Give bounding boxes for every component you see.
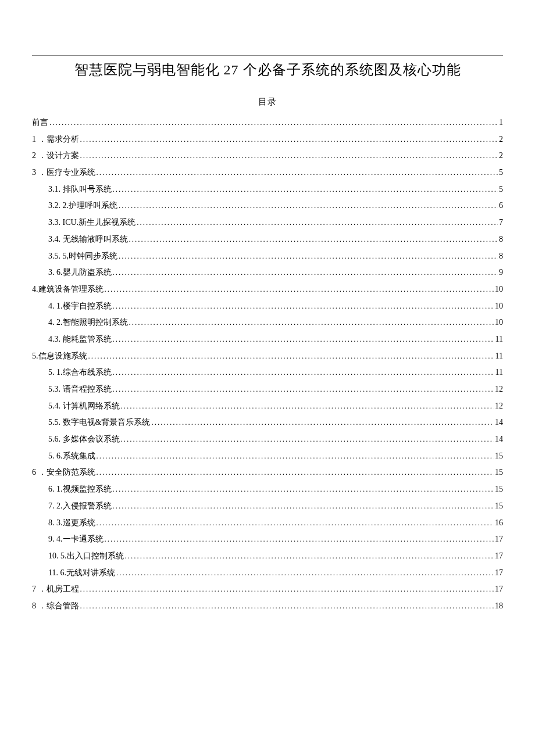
toc-entry-label: 2 ．设计方案: [32, 148, 79, 164]
toc-dots: [97, 164, 498, 181]
toc-entry: 5.信息设施系统 11: [32, 348, 503, 365]
toc-entry-page: 14: [495, 431, 503, 448]
document-title: 智慧医院与弱电智能化 27 个必备子系统的系统图及核心功能: [32, 60, 503, 79]
toc-entry: 11. 6.无线对讲系统17: [32, 565, 503, 582]
toc-dots: [113, 298, 494, 315]
toc-entry: 4. 2.智能照明控制系统10: [32, 314, 503, 331]
toc-entry-page: 7: [499, 214, 503, 231]
toc-entry-label: 7. 2.入侵报警系统: [48, 498, 112, 515]
toc-entry-page: 12: [495, 381, 503, 398]
toc-entry: 4.建筑设备管理系统 10: [32, 281, 503, 298]
toc-entry-page: 17: [495, 548, 503, 565]
toc-dots: [121, 398, 494, 415]
toc-dots: [129, 231, 498, 248]
toc-entry-page: 5: [499, 181, 503, 198]
toc-entry: 3.3. ICU.新生儿探视系统7: [32, 214, 503, 231]
toc-entry-page: 5: [499, 164, 503, 181]
toc-dots: [88, 348, 494, 365]
toc-dots: [113, 498, 494, 515]
toc-entry-label: 5. 6.系统集成: [48, 448, 95, 465]
toc-entry: 4.3. 能耗监管系统 11: [32, 331, 503, 348]
toc-entry-label: 8 ．综合管路: [32, 598, 79, 615]
toc-entry: 9. 4.一卡通系统17: [32, 531, 503, 548]
toc-dots: [97, 464, 494, 481]
toc-entry: 5. 6.系统集成15: [32, 448, 503, 465]
toc-dots: [125, 548, 494, 565]
toc-entry: 8. 3.巡更系统16: [32, 515, 503, 532]
toc-dots: [119, 198, 498, 214]
toc-dots: [113, 331, 494, 348]
toc-entry-label: 1 ．需求分析: [32, 131, 79, 148]
toc-entry-page: 11: [495, 331, 503, 348]
toc-entry-page: 10: [495, 281, 503, 298]
toc-entry-label: 5. 1.综合布线系统: [48, 364, 112, 381]
toc-entry-label: 4. 1.楼宇自控系统: [48, 298, 112, 315]
toc-dots: [121, 431, 494, 448]
toc-entry: 1 ．需求分析2: [32, 131, 503, 148]
toc-entry-page: 18: [495, 598, 503, 615]
toc-dots: [113, 264, 498, 281]
toc-entry-page: 8: [499, 248, 503, 265]
toc-entry-label: 3 ．医疗专业系统: [32, 164, 95, 181]
toc-entry-page: 10: [495, 298, 503, 315]
toc-entry: 5. 1.综合布线系统11: [32, 364, 503, 381]
toc-entry-page: 1: [499, 114, 503, 131]
toc-entry-page: 15: [495, 481, 503, 498]
toc-entry-label: 4.建筑设备管理系统: [32, 281, 104, 298]
toc-entry: 3.5. 5,时钟同步系统8: [32, 248, 503, 265]
toc-entry: 10. 5.出入口控制系统17: [32, 548, 503, 565]
toc-entry-label: 6. 1.视频监控系统: [48, 481, 112, 498]
toc-dots: [113, 181, 498, 198]
toc-entry: 5.5. 数字电视&背景音乐系统14: [32, 414, 503, 431]
toc-entry-page: 6: [499, 198, 503, 214]
toc-entry: 2 ．设计方案2: [32, 148, 503, 164]
toc-entry-label: 5.5. 数字电视&背景音乐系统: [48, 414, 150, 431]
toc-entry: 3.4. 无线输液呼叫系统8: [32, 231, 503, 248]
toc-entry-page: 17: [495, 531, 503, 548]
toc-dots: [97, 515, 494, 532]
toc-entry-page: 14: [495, 414, 503, 431]
toc-entry-label: 5.6. 多媒体会议系统: [48, 431, 120, 448]
toc-entry-page: 15: [495, 464, 503, 481]
toc-entry-page: 12: [495, 398, 503, 415]
toc-dots: [119, 248, 498, 265]
toc-entry-label: 6 ．安全防范系统: [32, 464, 95, 481]
toc-entry-page: 17: [495, 565, 503, 582]
toc-dots: [113, 481, 494, 498]
toc-entry: 7 ．机房工程17: [32, 581, 503, 598]
toc-entry-page: 16: [495, 515, 503, 532]
toc-entry-label: 3.1. 排队叫号系统: [48, 181, 112, 198]
top-rule: [32, 55, 503, 56]
toc-entry-label: 9. 4.一卡通系统: [48, 531, 104, 548]
toc-dots: [129, 314, 494, 331]
toc-dots: [80, 581, 494, 598]
toc-dots: [137, 214, 498, 231]
toc-dots: [116, 565, 494, 582]
toc-entry-label: 前言: [32, 114, 48, 131]
toc-entry: 7. 2.入侵报警系统15: [32, 498, 503, 515]
toc-entry-label: 3.4. 无线输液呼叫系统: [48, 231, 128, 248]
toc-dots: [105, 281, 494, 298]
toc-dots: [80, 131, 498, 148]
title-number: 27: [224, 62, 239, 77]
toc-entry-page: 8: [499, 231, 503, 248]
toc-dots: [151, 414, 494, 431]
toc-entry-label: 3.3. ICU.新生儿探视系统: [48, 214, 135, 231]
toc-entry-page: 2: [499, 148, 503, 164]
toc-entry: 8 ．综合管路18: [32, 598, 503, 615]
toc-entry: 5.6. 多媒体会议系统14: [32, 431, 503, 448]
toc-entry: 3. 6.婴儿防盗系统9: [32, 264, 503, 281]
toc-entry-label: 4.3. 能耗监管系统: [48, 331, 112, 348]
toc-header: 目录: [32, 96, 503, 108]
toc-dots: [113, 381, 494, 398]
toc-entry-label: 3. 6.婴儿防盗系统: [48, 264, 112, 281]
toc-entry-label: 8. 3.巡更系统: [48, 515, 95, 532]
toc-entry: 5.3. 语音程控系统12: [32, 381, 503, 398]
toc-dots: [105, 531, 494, 548]
toc-entry: 前言 1: [32, 114, 503, 131]
toc-dots: [97, 448, 494, 465]
title-suffix: 个必备子系统的系统图及核心功能: [239, 62, 461, 77]
toc-entry-label: 3.2. 2.护理呼叫系统: [48, 198, 117, 214]
toc-entry: 3.1. 排队叫号系统5: [32, 181, 503, 198]
toc-dots: [80, 148, 498, 164]
